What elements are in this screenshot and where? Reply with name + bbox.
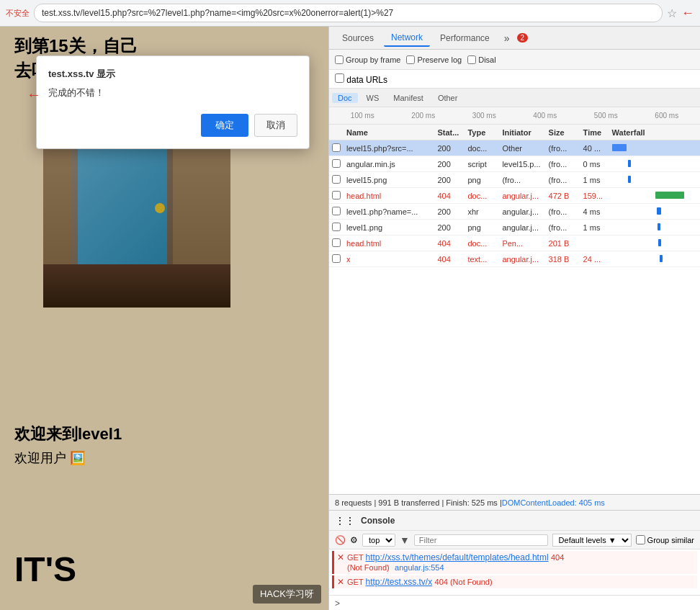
row-type: png — [466, 223, 501, 232]
row-time: 40 ... — [582, 144, 611, 153]
console-settings-button[interactable]: ⚙ — [350, 535, 358, 545]
error-suffix: 404 — [551, 553, 564, 562]
row-waterfall — [611, 192, 700, 200]
row-initiator: angular.j... — [501, 207, 547, 216]
data-urls-checkbox[interactable] — [335, 73, 344, 83]
clear-console-button[interactable]: 🚫 — [335, 535, 346, 545]
col-name-header[interactable]: Name — [344, 128, 436, 137]
drag-handle[interactable]: ⋮⋮ — [335, 515, 355, 526]
col-status-header[interactable]: Stat... — [436, 128, 466, 137]
table-row[interactable]: angular.min.js 200 script level15.p... (… — [329, 156, 700, 172]
table-row[interactable]: head.html 404 doc... Pen... 201 B — [329, 236, 700, 251]
col-waterfall-header[interactable]: Waterfall — [611, 128, 700, 137]
row-size: 318 B — [547, 255, 582, 264]
table-row[interactable]: x 404 text... angular.j... 318 B 24 ... — [329, 251, 700, 267]
error-prefix: GET — [347, 578, 365, 586]
group-similar-checkbox[interactable] — [636, 535, 645, 544]
group-by-frame-label: Group by frame — [335, 55, 400, 64]
table-row[interactable]: level1.png 200 png angular.j... (fro... … — [329, 220, 700, 236]
col-size-header[interactable]: Size — [547, 128, 582, 137]
table-row[interactable]: head.html 404 doc... angular.j... 472 B … — [329, 188, 700, 204]
devtools-tabs: Sources Network Performance » 2 — [329, 27, 700, 50]
filter-doc[interactable]: Doc — [332, 93, 358, 103]
disable-cache-checkbox[interactable] — [467, 55, 476, 64]
error-suffix: 404 (Not Found) — [435, 578, 493, 586]
row-time: 1 ms — [582, 176, 611, 184]
col-time-header[interactable]: Time — [582, 128, 611, 137]
row-initiator: (fro... — [501, 176, 547, 184]
table-row[interactable]: level15.php?src=... 200 doc... Other (fr… — [329, 140, 700, 156]
console-tab-label[interactable]: Console — [361, 516, 395, 526]
error-link[interactable]: http://xss.tv/themes/default/templates/h… — [365, 552, 548, 562]
tab-sources[interactable]: Sources — [335, 30, 381, 46]
row-checkbox[interactable] — [332, 191, 341, 199]
timing-bar: 100 ms 200 ms 300 ms 400 ms 500 ms 600 m… — [329, 107, 700, 125]
table-header: Name Stat... Type Initiator Size Time Wa… — [329, 125, 700, 140]
console-toolbar: 🚫 ⚙ top ▼ Default levels ▼ Group similar — [329, 531, 700, 550]
col-type-header[interactable]: Type — [466, 128, 501, 137]
row-time: 4 ms — [582, 207, 611, 216]
level-select[interactable]: Default levels ▼ — [552, 534, 632, 547]
network-rows: level15.php?src=... 200 doc... Other (fr… — [329, 140, 700, 267]
row-waterfall — [611, 223, 700, 232]
summary-text: 8 requests | 991 B transferred | Finish:… — [335, 498, 502, 507]
row-type: text... — [466, 255, 501, 264]
row-waterfall — [611, 160, 700, 169]
url-input[interactable] — [34, 4, 663, 22]
filter-expand[interactable]: ▼ — [400, 534, 410, 546]
row-waterfall — [611, 144, 700, 153]
row-status: 200 — [436, 207, 466, 216]
table-row[interactable]: level1.php?name=... 200 xhr angular.j...… — [329, 204, 700, 220]
row-initiator: angular.j... — [501, 223, 547, 232]
context-select[interactable]: top — [362, 534, 395, 547]
group-similar-label: Group similar — [636, 535, 694, 544]
filter-other[interactable]: Other — [432, 93, 464, 103]
browser-chrome: 不安全 ☆ ← — [0, 0, 700, 27]
col-initiator-header[interactable]: Initiator — [501, 128, 547, 137]
more-tabs-button[interactable]: » — [500, 31, 514, 45]
bookmark-icon[interactable]: ☆ — [667, 6, 677, 20]
filter-manifest[interactable]: Manifest — [387, 93, 429, 103]
row-time: 24 ... — [582, 255, 611, 264]
table-row[interactable]: level15.png 200 png (fro... (fro... 1 ms — [329, 172, 700, 188]
welcome-title: 欢迎来到level1 — [14, 423, 122, 445]
error-link[interactable]: http://test.xss.tv/x — [365, 577, 432, 587]
confirm-button[interactable]: 确定 — [201, 114, 248, 137]
console-filter-input[interactable] — [414, 534, 548, 546]
row-name: head.html — [344, 192, 436, 200]
row-status: 404 — [436, 192, 466, 200]
filter-ws[interactable]: WS — [361, 93, 385, 103]
tab-performance[interactable]: Performance — [433, 30, 497, 46]
cancel-button[interactable]: 取消 — [254, 114, 297, 137]
row-checkbox[interactable] — [332, 143, 341, 152]
row-checkbox[interactable] — [332, 254, 341, 263]
group-by-frame-checkbox[interactable] — [335, 55, 344, 64]
preserve-log-label: Preserve log — [406, 55, 462, 64]
row-initiator: Other — [501, 144, 547, 153]
devtools-panel: Sources Network Performance » 2 Group by… — [328, 27, 700, 610]
console-input[interactable] — [344, 599, 694, 608]
dom-content-loaded[interactable]: DOMContentLoaded: 405 ms — [502, 498, 605, 507]
row-type: doc... — [466, 192, 501, 200]
alert-buttons: 确定 取消 — [48, 114, 297, 137]
error-source[interactable]: angular.js:554 — [395, 563, 444, 572]
tab-network[interactable]: Network — [384, 30, 430, 47]
row-status: 200 — [436, 176, 466, 184]
error-prefix: GET — [347, 553, 365, 562]
console-error-row: ✕ GET http://xss.tv/themes/default/templ… — [332, 551, 697, 574]
row-checkbox[interactable] — [332, 223, 341, 231]
row-checkbox[interactable] — [332, 159, 341, 168]
row-checkbox[interactable] — [332, 175, 341, 184]
floor — [43, 264, 230, 308]
webpage-area: 到第15关，自己 去吧！ ENTER IF YOU DARE... 欢迎来到le… — [0, 27, 328, 610]
row-size: (fro... — [547, 223, 582, 232]
row-time: 1 ms — [582, 223, 611, 232]
type-filters: Doc WS Manifest Other — [329, 89, 700, 107]
security-icon: 不安全 — [6, 8, 30, 19]
welcome-user: 欢迎用户 🖼️ — [14, 449, 86, 467]
row-checkbox[interactable] — [332, 238, 341, 247]
row-checkbox[interactable] — [332, 207, 341, 215]
row-status: 200 — [436, 144, 466, 153]
row-status: 404 — [436, 239, 466, 248]
preserve-log-checkbox[interactable] — [406, 55, 415, 64]
